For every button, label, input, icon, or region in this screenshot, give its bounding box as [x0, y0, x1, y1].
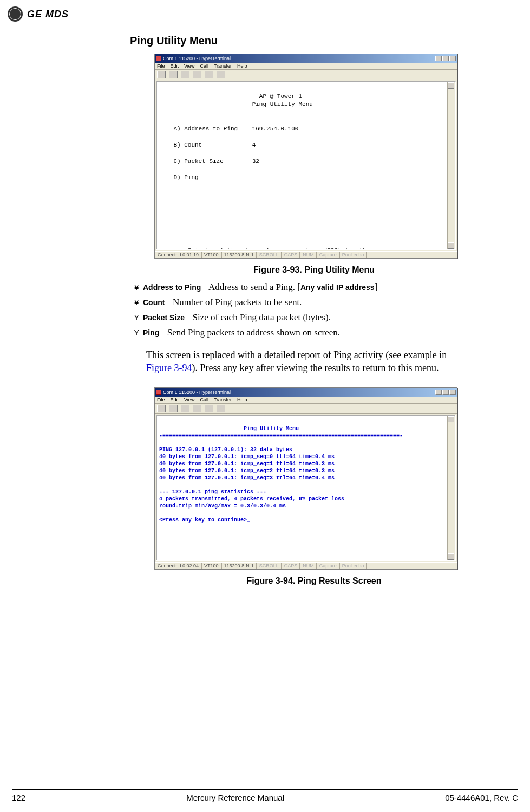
terminal-screen: Ping Utility Menu -=====================…	[156, 415, 456, 561]
minimize-button[interactable]	[435, 56, 442, 61]
app-icon	[156, 390, 161, 395]
figure-crossref[interactable]: Figure 3-94	[146, 362, 192, 373]
page-number: 122	[12, 793, 25, 802]
terminal-line: A) Address to Ping 169.254.0.100	[159, 126, 298, 132]
item-desc: Address to send a Ping. [	[208, 282, 300, 292]
terminal-line: -=======================================…	[159, 109, 427, 116]
status-emulation: VT100	[201, 563, 221, 569]
ge-logo-icon	[8, 6, 23, 22]
page-footer: 122 Mercury Reference Manual 05-4446A01,…	[12, 789, 518, 802]
figure-2-window: Com 1 115200 - HyperTerminal File Edit V…	[154, 387, 457, 570]
toolbar-button[interactable]	[193, 405, 201, 412]
status-config: 115200 8-N-1	[221, 252, 257, 258]
terminal-line: B) Count 4	[159, 142, 256, 148]
close-button[interactable]	[449, 56, 456, 61]
item-label: Address to Ping	[143, 283, 201, 292]
status-connected: Connected 0:01:19	[155, 252, 201, 258]
status-scroll: SCROLL	[257, 563, 282, 569]
list-item: ¥ Count Number of Ping packets to be sen…	[134, 295, 498, 309]
figure-1-window: Com 1 115200 - HyperTerminal File Edit V…	[154, 54, 457, 259]
toolbar-button[interactable]	[181, 71, 189, 78]
menu-call[interactable]: Call	[200, 63, 208, 69]
toolbar-button[interactable]	[169, 71, 178, 78]
toolbar-button[interactable]	[205, 405, 213, 412]
toolbar-button[interactable]	[169, 405, 178, 412]
terminal-line: D) Ping	[159, 174, 199, 181]
bullet-icon: ¥	[134, 311, 143, 324]
status-emulation: VT100	[201, 252, 221, 258]
bullet-icon: ¥	[134, 280, 143, 294]
menubar: File Edit View Call Transfer Help	[155, 397, 457, 404]
item-desc: Size of each Ping data packet (bytes).	[193, 312, 331, 322]
minimize-button[interactable]	[435, 390, 442, 395]
terminal-line: 4 packets transmitted, 4 packets receive…	[159, 496, 344, 502]
terminal-line: AP @ Tower 1	[159, 93, 302, 100]
status-capture: Capture	[317, 252, 339, 258]
toolbar-button[interactable]	[205, 71, 213, 78]
terminal-line: --- 127.0.0.1 ping statistics ---	[159, 489, 266, 495]
item-values: Any valid IP address	[300, 283, 375, 292]
toolbar-button[interactable]	[193, 71, 201, 78]
item-desc: Number of Ping packets to be sent.	[173, 297, 302, 307]
footer-right: 05-4446A01, Rev. C	[445, 793, 518, 802]
brand-header: GE MDS	[8, 6, 69, 22]
maximize-button[interactable]	[442, 56, 449, 61]
toolbar	[155, 404, 457, 414]
menu-transfer[interactable]: Transfer	[214, 397, 232, 402]
window-titlebar: Com 1 115200 - HyperTerminal	[155, 54, 457, 63]
bullet-icon: ¥	[134, 295, 143, 309]
maximize-button[interactable]	[442, 390, 449, 395]
terminal-line: PING 127.0.0.1 (127.0.0.1): 32 data byte…	[159, 447, 292, 453]
bullet-icon: ¥	[134, 326, 143, 339]
toolbar-button[interactable]	[157, 71, 166, 78]
terminal-line: 40 bytes from 127.0.0.1: icmp_seq=1 ttl=…	[159, 461, 335, 467]
toolbar-button[interactable]	[217, 71, 225, 78]
toolbar-button[interactable]	[181, 405, 189, 412]
footer-center: Mercury Reference Manual	[186, 793, 284, 802]
status-num: NUM	[300, 563, 317, 569]
menu-view[interactable]: View	[184, 397, 194, 402]
terminal-line: -=======================================…	[159, 433, 403, 439]
status-config: 115200 8-N-1	[221, 563, 257, 569]
item-tail: ]	[375, 282, 378, 292]
item-label: Packet Size	[143, 313, 185, 322]
window-buttons	[435, 56, 456, 61]
menu-view[interactable]: View	[184, 63, 194, 69]
list-item: ¥ Packet Size Size of each Ping data pac…	[134, 311, 498, 325]
window-title: Com 1 115200 - HyperTerminal	[163, 390, 231, 395]
menu-transfer[interactable]: Transfer	[214, 63, 232, 69]
menu-edit[interactable]: Edit	[171, 63, 179, 69]
scrollbar[interactable]	[447, 416, 455, 560]
menu-help[interactable]: Help	[237, 63, 247, 69]
terminal-line: Ping Utility Menu	[159, 426, 299, 432]
menu-file[interactable]: File	[157, 63, 165, 69]
status-capture: Capture	[317, 563, 339, 569]
terminal-line: round-trip min/avg/max = 0.3/0.3/0.4 ms	[159, 503, 286, 509]
item-label: Count	[143, 298, 165, 307]
status-caps: CAPS	[282, 563, 300, 569]
toolbar-button[interactable]	[157, 405, 166, 412]
statusbar: Connected 0:02:04 VT100 115200 8-N-1 SCR…	[155, 562, 457, 569]
scrollbar[interactable]	[447, 82, 455, 249]
status-printecho: Print echo	[339, 252, 367, 258]
body-paragraph: This screen is replaced with a detailed …	[146, 348, 471, 374]
status-scroll: SCROLL	[257, 252, 282, 258]
item-label: Ping	[143, 328, 159, 337]
menu-file[interactable]: File	[157, 397, 165, 402]
terminal-line: 40 bytes from 127.0.0.1: icmp_seq=2 ttl=…	[159, 468, 335, 474]
toolbar-button[interactable]	[217, 405, 225, 412]
para-text: This screen is replaced with a detailed …	[146, 349, 447, 360]
menu-call[interactable]: Call	[200, 397, 208, 402]
terminal-screen: AP @ Tower 1 Ping Utility Menu -========…	[156, 81, 456, 250]
statusbar: Connected 0:01:19 VT100 115200 8-N-1 SCR…	[155, 251, 457, 258]
window-buttons	[435, 390, 456, 395]
menubar: File Edit View Call Transfer Help	[155, 63, 457, 70]
status-num: NUM	[300, 252, 317, 258]
menu-help[interactable]: Help	[237, 397, 247, 402]
menu-edit[interactable]: Edit	[171, 397, 179, 402]
terminal-line: <Press any key to continue>_	[159, 517, 250, 523]
app-icon	[156, 56, 161, 61]
terminal-line: 40 bytes from 127.0.0.1: icmp_seq=0 ttl=…	[159, 454, 335, 460]
close-button[interactable]	[449, 390, 456, 395]
brand-text: GE MDS	[27, 9, 69, 20]
